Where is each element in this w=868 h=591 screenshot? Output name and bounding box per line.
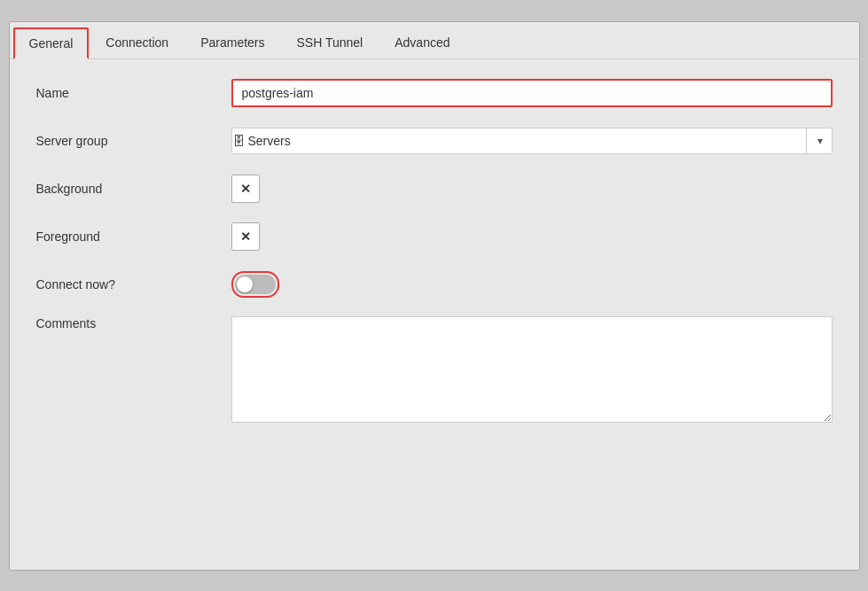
- tab-connection[interactable]: Connection: [90, 27, 184, 58]
- connect-now-row: Connect now?: [36, 268, 833, 300]
- tab-general[interactable]: General: [13, 27, 90, 59]
- foreground-color-button[interactable]: ✕: [231, 222, 260, 251]
- foreground-clear-icon: ✕: [240, 229, 251, 244]
- tab-parameters[interactable]: Parameters: [185, 27, 279, 58]
- connect-now-toggle-wrapper[interactable]: [231, 271, 279, 298]
- form-content: Name Server group 🗄 Servers ▾ Background: [10, 59, 859, 459]
- select-divider: [806, 128, 807, 153]
- toggle-knob: [237, 276, 253, 292]
- background-field: ✕: [231, 175, 833, 203]
- name-input[interactable]: [231, 79, 833, 107]
- comments-row: Comments: [36, 316, 833, 425]
- name-row: Name: [36, 77, 833, 109]
- foreground-label: Foreground: [36, 229, 231, 244]
- foreground-field: ✕: [231, 222, 833, 251]
- server-group-select[interactable]: 🗄 Servers ▾: [231, 128, 833, 154]
- tab-ssh-tunnel[interactable]: SSH Tunnel: [282, 27, 379, 58]
- name-label: Name: [36, 86, 231, 100]
- connect-now-toggle[interactable]: [235, 275, 276, 294]
- server-group-field: 🗄 Servers ▾: [231, 128, 833, 154]
- server-group-row: Server group 🗄 Servers ▾: [36, 125, 833, 157]
- comments-field: [231, 316, 833, 425]
- server-icon: 🗄: [232, 134, 245, 148]
- tab-advanced[interactable]: Advanced: [379, 27, 465, 58]
- foreground-row: Foreground ✕: [36, 221, 833, 253]
- connect-now-field: [231, 271, 833, 298]
- tab-bar: General Connection Parameters SSH Tunnel…: [10, 22, 859, 59]
- name-field: [231, 79, 833, 107]
- dialog: General Connection Parameters SSH Tunnel…: [9, 21, 860, 571]
- chevron-down-icon[interactable]: ▾: [809, 129, 832, 152]
- background-label: Background: [36, 182, 231, 196]
- background-row: Background ✕: [36, 173, 833, 205]
- server-group-label: Server group: [36, 134, 231, 148]
- background-color-button[interactable]: ✕: [231, 175, 260, 203]
- comments-textarea[interactable]: [231, 316, 833, 423]
- connect-now-label: Connect now?: [36, 277, 231, 292]
- comments-label: Comments: [36, 316, 231, 330]
- background-clear-icon: ✕: [240, 182, 251, 196]
- server-group-value: Servers: [245, 128, 804, 153]
